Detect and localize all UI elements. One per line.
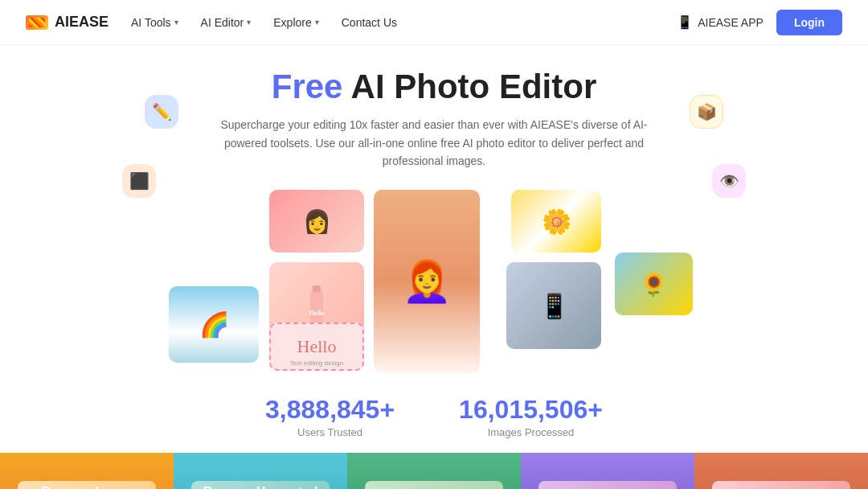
login-button[interactable]: Login [776, 10, 842, 35]
tool-cards: Remove Image Watermark 🖼️ Remove Unwante… [0, 453, 868, 489]
thumb-sunflowers: 🌻 [615, 253, 693, 315]
stat-users: 3,888,845+ Users Trusted [265, 395, 395, 438]
stat-images-label: Images Processed [459, 426, 603, 438]
navbar-right: 📱 AIEASE APP Login [677, 10, 842, 35]
navbar-left: AIEASE AI Tools ▾ AI Editor ▾ Explore ▾ … [26, 14, 397, 31]
nav-ai-tools-label: AI Tools [131, 16, 171, 29]
stat-users-number: 3,888,845+ [265, 395, 395, 425]
tool-ai-images-thumb: 🎨 [712, 481, 851, 489]
hero-title-rest: AI Photo Editor [342, 68, 596, 105]
stats-section: 3,888,845+ Users Trusted 16,015,506+ Ima… [0, 379, 868, 453]
logo-text: AIEASE [55, 14, 108, 31]
thumb-main-portrait: 👩‍🦰 [374, 190, 480, 373]
tool-card-watermark[interactable]: Remove Image Watermark 🖼️ [0, 453, 174, 489]
tool-background-thumb: 🌿 [365, 481, 504, 489]
tool-card-background[interactable]: Remove Background 🌿 [347, 453, 521, 489]
app-link[interactable]: 📱 AIEASE APP [677, 14, 764, 30]
image-collage: 🌈 👩 Hello Hello Text editing desi [16, 186, 852, 379]
logo-icon [26, 15, 48, 30]
collage-inner: 🌈 👩 Hello Hello Text editing desi [145, 190, 723, 375]
hero-title-free: Free [272, 68, 343, 105]
tool-card-objects[interactable]: Remove Unwanted Objects ✂️ [174, 453, 347, 489]
tool-objects-label: Remove Unwanted Objects [174, 475, 347, 489]
thumb-phone-edit: 📱 [506, 262, 601, 349]
tool-card-ai-images[interactable]: Generate AI Images 🎨 [694, 453, 868, 489]
nav-item-explore[interactable]: Explore ▾ [273, 16, 318, 29]
thumb-girl2: 👩 [269, 190, 364, 253]
phone-icon: 📱 [677, 14, 693, 30]
chevron-down-icon: ▾ [315, 18, 319, 27]
svg-text:Hello: Hello [309, 310, 324, 317]
app-link-label: AIEASE APP [698, 16, 764, 29]
pencil-icon: ✏️ [145, 95, 178, 129]
nav-contact-label: Contact Us [342, 16, 397, 29]
chevron-down-icon: ▾ [174, 18, 178, 27]
tool-enhance-thumb: ✨ [538, 481, 678, 489]
thumb-rainbow: 🌈 [169, 286, 259, 363]
nav-item-contact[interactable]: Contact Us [342, 16, 397, 29]
hero-title: Free AI Photo Editor [16, 68, 852, 106]
nav-ai-editor-label: AI Editor [201, 16, 244, 29]
logo[interactable]: AIEASE [26, 14, 108, 31]
tool-watermark-label: Remove Image Watermark [0, 475, 174, 489]
thumb-flower: 🌼 [511, 190, 601, 253]
hero-subtitle: Supercharge your editing 10x faster and … [209, 116, 659, 170]
hero-section: ✏️ 📦 ⬛ 👁️ Free AI Photo Editor Superchar… [0, 45, 868, 379]
box-icon: 📦 [690, 95, 723, 129]
stat-images-number: 16,015,506+ [459, 395, 603, 425]
stat-images: 16,015,506+ Images Processed [459, 395, 603, 438]
chevron-down-icon: ▾ [247, 18, 251, 27]
tool-card-enhance[interactable]: Enhance Photo Quality ✨ [521, 453, 694, 489]
nav-item-ai-editor[interactable]: AI Editor ▾ [201, 16, 252, 29]
navbar: AIEASE AI Tools ▾ AI Editor ▾ Explore ▾ … [0, 0, 868, 45]
thumb-hello-text: Hello Text editing design [269, 323, 364, 371]
nav-explore-label: Explore [273, 16, 311, 29]
svg-rect-1 [313, 286, 321, 292]
stat-users-label: Users Trusted [265, 426, 395, 438]
nav-item-ai-tools[interactable]: AI Tools ▾ [131, 16, 178, 29]
